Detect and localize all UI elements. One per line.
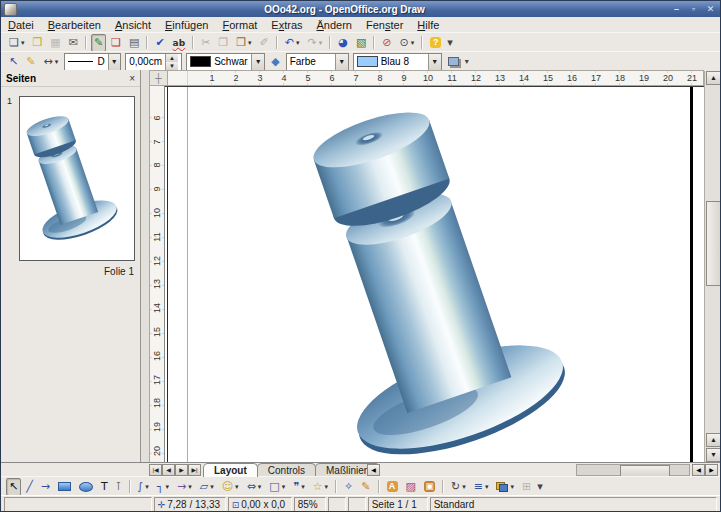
line-style-dropdown[interactable]: ▼ xyxy=(108,54,121,70)
ruler-corner-button[interactable]: ┼ xyxy=(149,70,168,86)
menu-einfgen[interactable]: Einfügen xyxy=(158,19,215,31)
lf-edit-points-button[interactable]: ↖ xyxy=(6,53,21,71)
first-page-button[interactable]: |◀ xyxy=(149,464,162,476)
spin-up-icon[interactable]: ▲ xyxy=(166,54,178,62)
paste-button[interactable]: ❒▾ xyxy=(233,34,254,52)
area-style-button[interactable]: ◆ xyxy=(268,53,282,71)
horizontal-scrollbar[interactable] xyxy=(576,464,690,476)
lines-arrows-tool-dropdown[interactable]: ▾ xyxy=(188,483,192,491)
zoom-level-cell[interactable]: 85% xyxy=(294,497,326,512)
alignment-button-dropdown[interactable]: ▾ xyxy=(485,483,489,491)
vertical-ruler[interactable]: 67891011121314151617181920 xyxy=(149,86,165,462)
scroll-right-icon[interactable]: ▶ xyxy=(705,464,718,476)
block-arrows-tool[interactable]: ⇔▾ xyxy=(244,478,265,496)
open-button[interactable]: ❒ xyxy=(29,34,45,52)
undo-button-dropdown[interactable]: ▾ xyxy=(296,39,300,47)
titlebar[interactable]: OOo42.org - OpenOffice.org Draw – ▫ ✕ xyxy=(1,1,720,17)
linefill-toolbar-overflow[interactable]: ▾ xyxy=(464,53,470,71)
lines-arrows-tool[interactable]: →▾ xyxy=(174,478,195,496)
maximize-button[interactable]: ▫ xyxy=(686,3,701,15)
drawing-canvas[interactable] xyxy=(165,86,704,462)
auto-spellcheck-toggle[interactable]: ab xyxy=(170,34,189,52)
scroll-up2-icon[interactable]: ▲ xyxy=(706,433,721,447)
gallery-button[interactable]: ▧ xyxy=(353,34,369,52)
tab-controls[interactable]: Controls xyxy=(257,463,316,477)
print-button[interactable]: ▤ xyxy=(126,34,142,52)
flowchart-tool[interactable]: □▾ xyxy=(266,478,288,496)
rectangle-tool[interactable] xyxy=(55,478,74,496)
spellcheck-button[interactable]: ✔ xyxy=(152,34,167,52)
close-button[interactable]: ✕ xyxy=(703,3,718,15)
ellipse-tool[interactable] xyxy=(76,478,96,496)
basic-shapes-tool[interactable]: ▱▾ xyxy=(197,478,217,496)
std-toolbar-overflow[interactable]: ▾ xyxy=(446,34,454,52)
menu-fenster[interactable]: Fenster xyxy=(359,19,410,31)
canvas-3d-object[interactable] xyxy=(165,87,704,463)
rotate-button[interactable]: ↻▾ xyxy=(448,478,469,496)
fill-type-combo[interactable]: Farbe ▼ xyxy=(286,53,349,71)
new-document-button-dropdown[interactable]: ▾ xyxy=(21,39,25,47)
edit-points-button[interactable]: ✧ xyxy=(341,478,356,496)
vertical-text-tool[interactable]: ⊺ xyxy=(113,478,125,496)
export-pdf-button[interactable]: ❏ xyxy=(108,34,124,52)
redo-button-dropdown[interactable]: ▾ xyxy=(319,39,323,47)
tab-layout[interactable]: Layout xyxy=(203,463,258,477)
page-thumbnail[interactable] xyxy=(19,96,135,261)
glue-points-button[interactable]: ✎ xyxy=(358,478,373,496)
block-arrows-tool-dropdown[interactable]: ▾ xyxy=(258,483,262,491)
arrow-style-button[interactable]: ↔ ▾ xyxy=(40,53,61,71)
minimize-button[interactable]: – xyxy=(669,3,684,15)
rotate-button-dropdown[interactable]: ▾ xyxy=(462,483,466,491)
new-document-button[interactable]: ❏▾ xyxy=(6,34,27,52)
help-button[interactable]: ? xyxy=(427,34,444,52)
symbol-shapes-tool[interactable]: ☺▾ xyxy=(219,478,242,496)
panel-close-icon[interactable]: × xyxy=(129,73,135,84)
menu-hilfe[interactable]: Hilfe xyxy=(410,19,446,31)
scroll-down-icon[interactable]: ▼ xyxy=(706,448,721,462)
symbol-shapes-tool-dropdown[interactable]: ▾ xyxy=(235,483,239,491)
line-color-combo[interactable]: Schwarz ▼ xyxy=(186,53,265,71)
prev-page-button[interactable]: ◀ xyxy=(162,464,175,476)
spin-down-icon[interactable]: ▼ xyxy=(166,62,178,70)
vertical-scroll-thumb[interactable] xyxy=(706,201,721,286)
connector-tool[interactable]: ┐▾ xyxy=(154,478,172,496)
next-page-button[interactable]: ▶ xyxy=(175,464,188,476)
last-page-button[interactable]: ▶| xyxy=(188,464,201,476)
arrow-tool[interactable]: → xyxy=(38,478,53,496)
edit-file-toggle[interactable]: ✎ xyxy=(91,34,106,52)
callouts-tool-dropdown[interactable]: ▾ xyxy=(301,483,305,491)
zoom-button[interactable]: ⊙▾ xyxy=(397,34,418,52)
select-tool[interactable]: ↖ xyxy=(6,478,21,496)
drawing-toolbar-overflow[interactable]: ▾ xyxy=(536,478,544,496)
stars-tool[interactable]: ☆▾ xyxy=(310,478,331,496)
line-tool[interactable]: ╱ xyxy=(23,478,36,496)
alignment-button[interactable]: ≡▾ xyxy=(471,478,492,496)
menu-extras[interactable]: Extras xyxy=(264,19,309,31)
text-tool[interactable]: T xyxy=(98,478,111,496)
line-width-spinner[interactable]: 0,00cm ▲▼ xyxy=(125,53,182,71)
gallery-frame-button[interactable]: ▣ xyxy=(421,478,438,496)
chart-button[interactable]: ◕ xyxy=(335,34,351,52)
connector-tool-dropdown[interactable]: ▾ xyxy=(165,483,169,491)
fill-type-dropdown[interactable]: ▼ xyxy=(335,54,348,70)
arrow-style-dropdown[interactable]: ▾ xyxy=(55,58,59,66)
shadow-toggle[interactable] xyxy=(445,53,462,71)
callouts-tool[interactable]: ❞▾ xyxy=(290,478,307,496)
scroll-left-icon[interactable]: ◀ xyxy=(692,464,705,476)
curve-tool-dropdown[interactable]: ▾ xyxy=(145,483,149,491)
fill-color-combo[interactable]: Blau 8 ▼ xyxy=(353,53,442,71)
tab-scroll-left-icon[interactable]: ◀ xyxy=(367,464,380,476)
flowchart-tool-dropdown[interactable]: ▾ xyxy=(282,483,286,491)
email-document-button[interactable]: ✉ xyxy=(66,34,81,52)
curve-tool[interactable]: ∫▾ xyxy=(135,478,152,496)
navigator-button[interactable]: ⊘ xyxy=(379,34,394,52)
basic-shapes-tool-dropdown[interactable]: ▾ xyxy=(210,483,214,491)
scroll-up-icon[interactable]: ▲ xyxy=(706,71,721,85)
lf-glue-points-button[interactable]: ✎ xyxy=(23,53,38,71)
line-style-combo[interactable]: D ▼ xyxy=(64,53,121,71)
menu-format[interactable]: Format xyxy=(215,19,264,31)
menu-ansicht[interactable]: Ansicht xyxy=(108,19,158,31)
stars-tool-dropdown[interactable]: ▾ xyxy=(325,483,329,491)
menu-bearbeiten[interactable]: Bearbeiten xyxy=(41,19,108,31)
menu-datei[interactable]: Datei xyxy=(1,19,41,31)
